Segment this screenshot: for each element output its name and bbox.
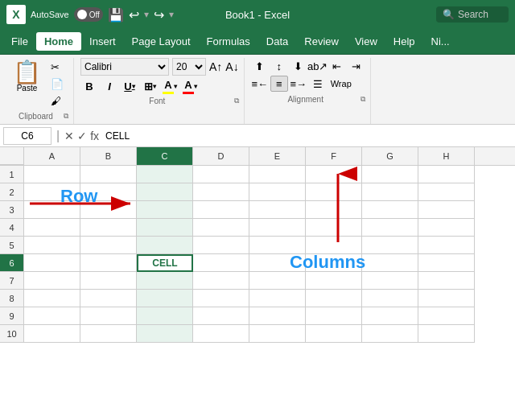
align-bottom-button[interactable]: ⬇ — [290, 58, 307, 74]
autosave-toggle[interactable]: Off — [74, 7, 103, 22]
wrap-text-button[interactable]: Wrap — [328, 76, 354, 92]
menu-insert[interactable]: Insert — [81, 32, 124, 51]
menu-more[interactable]: Ni... — [423, 32, 458, 51]
cell-A7[interactable] — [24, 272, 80, 290]
row-num-7[interactable]: 7 — [0, 272, 24, 290]
cell-F9[interactable] — [306, 307, 362, 325]
cell-D4[interactable] — [193, 219, 249, 237]
formula-fx-button[interactable]: fx — [90, 130, 99, 142]
cell-C3[interactable] — [137, 201, 193, 219]
cell-E1[interactable] — [249, 166, 306, 183]
col-header-C[interactable]: C — [137, 147, 193, 165]
cell-F4[interactable] — [306, 219, 362, 237]
cell-G3[interactable] — [362, 201, 418, 219]
menu-review[interactable]: Review — [296, 32, 347, 51]
formula-input[interactable] — [102, 127, 512, 145]
cell-D6[interactable] — [193, 254, 249, 272]
cell-H2[interactable] — [418, 183, 475, 201]
cell-H7[interactable] — [418, 272, 475, 290]
cell-B1[interactable] — [80, 166, 137, 183]
save-icon[interactable]: 💾 — [108, 7, 124, 23]
col-header-H[interactable]: H — [418, 147, 475, 165]
cell-reference-input[interactable] — [3, 127, 52, 145]
cell-A6[interactable] — [24, 254, 80, 272]
col-header-G[interactable]: G — [362, 147, 418, 165]
cell-A5[interactable] — [24, 237, 80, 254]
clipboard-expand-icon[interactable]: ⧉ — [64, 112, 68, 121]
cell-F8[interactable] — [306, 290, 362, 307]
cell-G6[interactable] — [362, 254, 418, 272]
col-header-E[interactable]: E — [249, 147, 306, 165]
cell-E5[interactable] — [249, 237, 306, 254]
cell-H3[interactable] — [418, 201, 475, 219]
undo-icon[interactable]: ↩ — [129, 7, 139, 23]
row-num-5[interactable]: 5 — [0, 237, 24, 254]
cell-H6[interactable] — [418, 254, 475, 272]
cell-B8[interactable] — [80, 290, 137, 307]
cell-C4[interactable] — [137, 219, 193, 237]
underline-dropdown-icon[interactable]: ▾ — [132, 83, 135, 90]
cell-H8[interactable] — [418, 290, 475, 307]
text-orientation-button[interactable]: ab↗ — [309, 58, 327, 74]
cell-E10[interactable] — [249, 325, 306, 343]
font-name-select[interactable]: Calibri — [80, 58, 169, 76]
font-color-dropdown-icon[interactable]: ▾ — [194, 83, 197, 90]
font-expand-icon[interactable]: ⧉ — [234, 97, 239, 105]
cell-G1[interactable] — [362, 166, 418, 183]
cell-C2[interactable] — [137, 183, 193, 201]
cell-A10[interactable] — [24, 325, 80, 343]
col-header-D[interactable]: D — [193, 147, 249, 165]
underline-button[interactable]: U ▾ — [121, 77, 138, 95]
cell-A2[interactable] — [24, 183, 80, 201]
quick-access-more[interactable]: ▾ — [169, 9, 174, 20]
cell-F2[interactable] — [306, 183, 362, 201]
cell-B4[interactable] — [80, 219, 137, 237]
cell-D7[interactable] — [193, 272, 249, 290]
cell-D9[interactable] — [193, 307, 249, 325]
undo-dropdown[interactable]: ▾ — [144, 9, 149, 20]
formula-cancel-button[interactable]: ✕ — [64, 130, 74, 142]
cell-E2[interactable] — [249, 183, 306, 201]
align-right-button[interactable]: ≡→ — [290, 76, 307, 92]
cut-button[interactable]: ✂ — [47, 60, 67, 75]
cell-D10[interactable] — [193, 325, 249, 343]
paste-button[interactable]: 📋 Paste — [8, 58, 46, 110]
row-num-6[interactable]: 6 — [0, 254, 24, 272]
col-header-A[interactable]: A — [24, 147, 80, 165]
menu-home[interactable]: Home — [36, 32, 81, 51]
border-dropdown-icon[interactable]: ▾ — [153, 83, 156, 90]
border-button[interactable]: ⊞▾ — [141, 77, 159, 95]
cell-E9[interactable] — [249, 307, 306, 325]
cell-G2[interactable] — [362, 183, 418, 201]
cell-G9[interactable] — [362, 307, 418, 325]
row-num-4[interactable]: 4 — [0, 219, 24, 237]
cell-B6[interactable] — [80, 254, 137, 272]
cell-D3[interactable] — [193, 201, 249, 219]
cell-G8[interactable] — [362, 290, 418, 307]
cell-E7[interactable] — [249, 272, 306, 290]
menu-help[interactable]: Help — [385, 32, 423, 51]
cell-C7[interactable] — [137, 272, 193, 290]
indent-decrease-button[interactable]: ⇤ — [328, 58, 346, 74]
row-num-9[interactable]: 9 — [0, 307, 24, 325]
align-justify-button[interactable]: ☰ — [309, 76, 327, 92]
cell-A9[interactable] — [24, 307, 80, 325]
menu-data[interactable]: Data — [258, 32, 296, 51]
row-num-10[interactable]: 10 — [0, 325, 24, 343]
cell-D1[interactable] — [193, 166, 249, 183]
cell-C6[interactable]: CELL — [137, 254, 193, 272]
cell-B3[interactable] — [80, 201, 137, 219]
align-center-button[interactable]: ≡ — [270, 76, 288, 92]
cell-C1[interactable] — [137, 166, 193, 183]
highlight-color-button[interactable]: A ▾ — [161, 77, 179, 95]
cell-B5[interactable] — [80, 237, 137, 254]
col-header-F[interactable]: F — [306, 147, 362, 165]
format-painter-button[interactable]: 🖌 — [47, 93, 67, 109]
cell-B2[interactable] — [80, 183, 137, 201]
col-header-B[interactable]: B — [80, 147, 137, 165]
font-grow-button[interactable]: A↑ — [209, 60, 222, 73]
menu-page-layout[interactable]: Page Layout — [124, 32, 199, 51]
cell-G7[interactable] — [362, 272, 418, 290]
cell-E8[interactable] — [249, 290, 306, 307]
cell-B10[interactable] — [80, 325, 137, 343]
